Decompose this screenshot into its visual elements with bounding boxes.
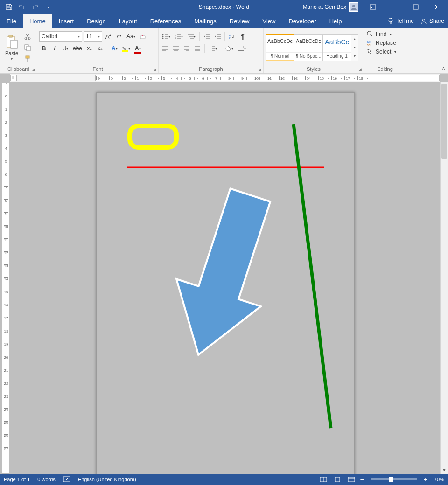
font-size-combo[interactable]: 11▾ (84, 31, 102, 42)
increase-indent-button[interactable] (213, 31, 222, 42)
borders-button[interactable]: ▾ (236, 43, 247, 54)
status-words[interactable]: 0 words (37, 477, 56, 482)
clear-formatting-button[interactable] (138, 31, 148, 42)
scroll-thumb[interactable] (441, 84, 447, 159)
multilevel-list-button[interactable]: ▾ (186, 31, 197, 42)
justify-button[interactable] (193, 43, 202, 54)
superscript-button[interactable]: x2 (95, 43, 105, 54)
bullets-button[interactable]: ▾ (161, 31, 172, 42)
svg-text:3: 3 (175, 37, 176, 39)
strikethrough-button[interactable]: abc (71, 43, 83, 54)
view-read-mode[interactable] (318, 475, 329, 484)
multilevel-icon (187, 34, 194, 39)
align-right-button[interactable] (182, 43, 191, 54)
horizontal-ruler[interactable]: L 210123456789101112131415161718 (10, 74, 440, 82)
tab-references[interactable]: References (144, 14, 188, 28)
tab-developer[interactable]: Developer (282, 14, 322, 28)
shape-line-green[interactable] (290, 124, 335, 430)
italic-button[interactable]: I (50, 43, 59, 54)
sort-button[interactable]: AZ (227, 31, 237, 42)
cut-button[interactable] (22, 31, 33, 42)
view-print-layout[interactable] (332, 475, 343, 484)
highlight-button[interactable]: ▾ (120, 43, 132, 54)
replace-button[interactable]: abac Replace (366, 39, 404, 47)
font-dialog-launcher[interactable]: ◢ (153, 66, 156, 73)
styles-dialog-launcher[interactable]: ◢ (358, 66, 362, 73)
tab-layout[interactable]: Layout (112, 14, 144, 28)
sort-icon: AZ (229, 34, 235, 39)
qat-customize-button[interactable]: ▾ (43, 2, 53, 12)
minimize-button[interactable] (384, 0, 405, 14)
tab-help[interactable]: Help (323, 14, 349, 28)
svg-rect-13 (9, 35, 13, 37)
scroll-down-button[interactable]: ▼ (441, 466, 448, 474)
undo-button[interactable] (17, 2, 27, 12)
text-effects-button[interactable]: A▾ (110, 43, 119, 54)
styles-gallery-more[interactable]: ▴▾▾ (351, 34, 358, 61)
bold-button[interactable]: B (39, 43, 49, 54)
redo-button[interactable] (30, 2, 40, 12)
save-button[interactable] (4, 2, 14, 12)
document-page[interactable] (96, 92, 355, 474)
decrease-font-button[interactable]: A▾ (114, 31, 124, 42)
clipboard-dialog-launcher[interactable]: ◢ (32, 66, 35, 73)
svg-rect-65 (238, 46, 244, 51)
underline-button[interactable]: U▾ (61, 43, 70, 54)
decrease-indent-button[interactable] (202, 31, 211, 42)
increase-font-button[interactable]: A▴ (104, 31, 113, 42)
zoom-level[interactable]: 70% (434, 477, 444, 482)
shape-arrow-down[interactable] (166, 186, 278, 363)
copy-button[interactable] (22, 42, 33, 53)
zoom-out-button[interactable]: − (360, 476, 364, 483)
justify-icon (194, 46, 201, 51)
maximize-button[interactable] (405, 0, 427, 14)
vertical-ruler[interactable]: 2101234567891011121314151617181920212223… (2, 83, 9, 474)
vertical-scrollbar[interactable]: ▲ ▼ (440, 82, 448, 474)
format-painter-button[interactable] (22, 54, 33, 64)
paste-icon (5, 35, 18, 49)
shading-button[interactable]: ▾ (224, 43, 235, 54)
style-normal[interactable]: AaBbCcDc ¶ Normal (266, 34, 294, 61)
align-left-button[interactable] (161, 43, 170, 54)
status-page[interactable]: Page 1 of 1 (4, 477, 30, 482)
ribbon-display-options-button[interactable] (362, 0, 384, 14)
share-button[interactable]: Share (420, 18, 444, 24)
status-language[interactable]: English (United Kingdom) (78, 477, 136, 482)
tab-file[interactable]: File (0, 14, 23, 28)
tab-review[interactable]: Review (223, 14, 256, 28)
subscript-button[interactable]: x2 (84, 43, 94, 54)
tab-view[interactable]: View (256, 14, 282, 28)
shape-rounded-rectangle[interactable] (127, 124, 179, 150)
account-area[interactable]: Mario at GemBox (303, 2, 358, 12)
tab-home[interactable]: Home (23, 14, 52, 28)
tab-design[interactable]: Design (80, 14, 112, 28)
style-heading-1[interactable]: AaBbCc Heading 1 (322, 34, 351, 61)
tab-insert[interactable]: Insert (52, 14, 81, 28)
align-left-icon (162, 46, 168, 51)
tab-mailings[interactable]: Mailings (188, 14, 223, 28)
zoom-in-button[interactable]: + (424, 476, 427, 483)
close-button[interactable] (427, 0, 448, 14)
tell-me-search[interactable]: Tell me (387, 18, 414, 24)
zoom-slider[interactable] (371, 478, 417, 480)
paste-button[interactable]: Paste ▾ (2, 34, 21, 62)
borders-icon (238, 46, 244, 51)
zoom-slider-thumb[interactable] (389, 477, 393, 482)
align-center-button[interactable] (171, 43, 181, 54)
status-bar: Page 1 of 1 0 words English (United King… (0, 474, 448, 485)
font-color-button[interactable]: A▾ (133, 43, 142, 54)
view-web-layout[interactable] (346, 475, 357, 484)
find-button[interactable]: Find▾ (366, 30, 404, 38)
avatar-icon (349, 2, 358, 12)
change-case-button[interactable]: Aa▾ (125, 31, 137, 42)
paragraph-dialog-launcher[interactable]: ◢ (258, 66, 261, 73)
font-family-combo[interactable]: Calibri▾ (39, 31, 82, 42)
collapse-ribbon-button[interactable]: ᐱ (442, 66, 445, 71)
numbering-button[interactable]: 123▾ (173, 31, 184, 42)
select-button[interactable]: Select▾ (366, 48, 404, 55)
tab-selector[interactable]: L (10, 75, 17, 81)
style-no-spacing[interactable]: AaBbCcDc ¶ No Spac... (294, 34, 323, 61)
show-hide-button[interactable]: ¶ (238, 31, 247, 42)
line-spacing-button[interactable]: ▾ (207, 43, 218, 54)
spellcheck-icon[interactable] (63, 476, 70, 483)
